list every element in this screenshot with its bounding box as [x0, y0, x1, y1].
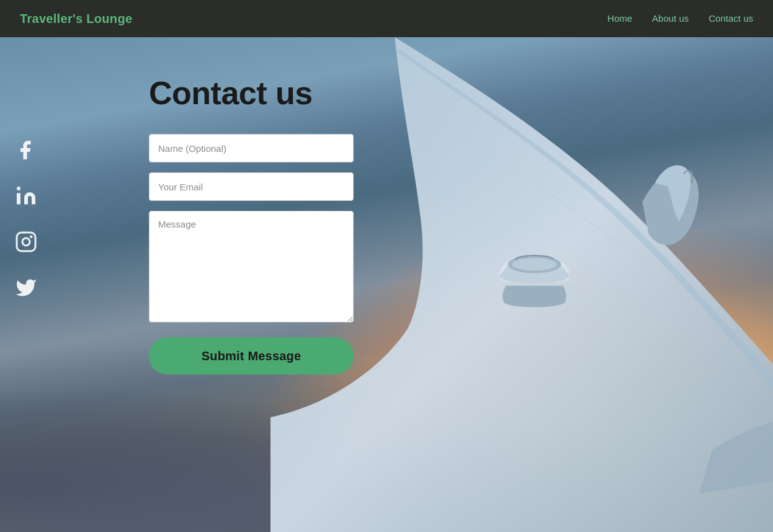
- message-group: [149, 211, 723, 322]
- email-input[interactable]: [149, 172, 354, 201]
- name-input[interactable]: [149, 134, 354, 162]
- submit-button[interactable]: Submit Message: [149, 337, 354, 375]
- nav-links: Home About us Contact us: [607, 13, 753, 24]
- nav-item-about[interactable]: About us: [652, 13, 689, 24]
- nav-item-contact[interactable]: Contact us: [708, 13, 753, 24]
- contact-form: Submit Message: [149, 134, 723, 375]
- nav-link-about[interactable]: About us: [652, 13, 689, 24]
- contact-area: Contact us Submit Message: [0, 37, 773, 412]
- navbar: Traveller's Lounge Home About us Contact…: [0, 0, 773, 37]
- email-group: [149, 172, 723, 201]
- nav-item-home[interactable]: Home: [607, 13, 632, 24]
- name-group: [149, 134, 723, 162]
- nav-link-contact[interactable]: Contact us: [708, 13, 753, 24]
- nav-link-home[interactable]: Home: [607, 13, 632, 24]
- hero-section: Contact us Submit Message: [0, 37, 773, 532]
- contact-title: Contact us: [149, 74, 723, 112]
- site-logo[interactable]: Traveller's Lounge: [20, 12, 132, 26]
- message-textarea[interactable]: [149, 211, 354, 322]
